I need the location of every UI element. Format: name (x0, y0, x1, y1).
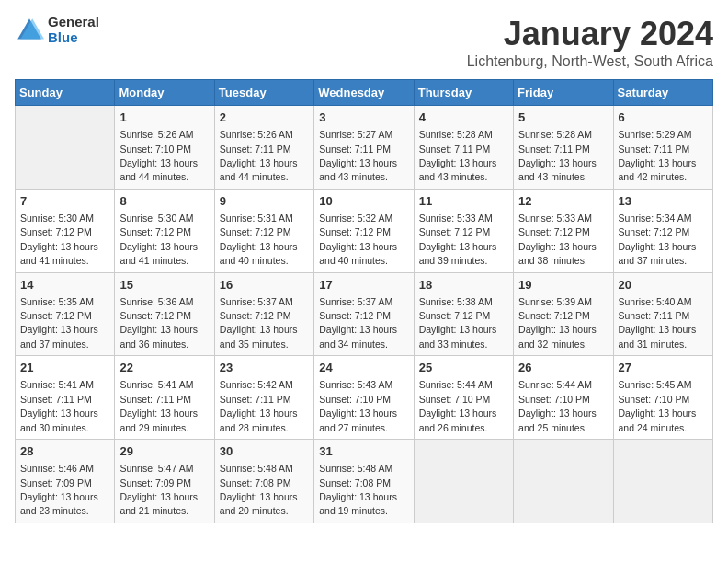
calendar-cell: 22Sunrise: 5:41 AMSunset: 7:11 PMDayligh… (115, 356, 214, 440)
logo-text: General Blue (48, 15, 99, 45)
day-detail: Sunrise: 5:41 AMSunset: 7:11 PMDaylight:… (20, 379, 98, 432)
calendar-cell: 27Sunrise: 5:45 AMSunset: 7:10 PMDayligh… (613, 356, 712, 440)
day-detail: Sunrise: 5:36 AMSunset: 7:12 PMDaylight:… (119, 296, 198, 350)
calendar-cell: 26Sunrise: 5:44 AMSunset: 7:10 PMDayligh… (514, 356, 613, 440)
day-number: 15 (119, 277, 209, 293)
day-detail: Sunrise: 5:45 AMSunset: 7:10 PMDaylight:… (619, 379, 697, 432)
calendar-cell: 29Sunrise: 5:47 AMSunset: 7:09 PMDayligh… (115, 440, 214, 523)
day-number: 19 (518, 277, 608, 293)
calendar-cell: 1Sunrise: 5:26 AMSunset: 7:10 PMDaylight… (115, 106, 214, 190)
day-number: 20 (619, 277, 708, 293)
calendar-cell: 2Sunrise: 5:26 AMSunset: 7:11 PMDaylight… (214, 106, 313, 190)
day-number: 16 (220, 277, 309, 293)
day-number: 21 (20, 360, 109, 376)
day-number: 24 (319, 360, 408, 376)
day-detail: Sunrise: 5:30 AMSunset: 7:12 PMDaylight:… (20, 213, 98, 266)
day-number: 2 (220, 109, 309, 126)
day-number: 8 (119, 193, 209, 210)
calendar-subtitle: Lichtenburg, North-West, South Africa (467, 53, 713, 70)
day-number: 25 (419, 360, 508, 376)
day-number: 17 (319, 277, 408, 293)
day-detail: Sunrise: 5:32 AMSunset: 7:12 PMDaylight:… (319, 213, 397, 266)
day-detail: Sunrise: 5:30 AMSunset: 7:12 PMDaylight:… (119, 213, 198, 266)
header-wednesday: Wednesday (314, 80, 414, 106)
calendar-week-row: 1Sunrise: 5:26 AMSunset: 7:10 PMDaylight… (16, 106, 713, 190)
calendar-cell: 14Sunrise: 5:35 AMSunset: 7:12 PMDayligh… (16, 272, 115, 356)
day-number: 12 (518, 193, 608, 210)
logo-general-label: General (48, 15, 99, 30)
day-number: 27 (619, 360, 708, 376)
day-detail: Sunrise: 5:34 AMSunset: 7:12 PMDaylight:… (619, 213, 697, 266)
day-detail: Sunrise: 5:43 AMSunset: 7:10 PMDaylight:… (319, 379, 397, 432)
day-number: 14 (20, 277, 109, 293)
calendar-cell: 19Sunrise: 5:39 AMSunset: 7:12 PMDayligh… (514, 272, 613, 356)
day-number: 5 (518, 109, 608, 126)
day-number: 9 (220, 193, 309, 210)
day-detail: Sunrise: 5:42 AMSunset: 7:11 PMDaylight:… (220, 379, 298, 432)
day-detail: Sunrise: 5:48 AMSunset: 7:08 PMDaylight:… (319, 463, 397, 516)
calendar-title: January 2024 (467, 15, 713, 53)
calendar-cell: 20Sunrise: 5:40 AMSunset: 7:11 PMDayligh… (613, 272, 712, 356)
calendar-week-row: 14Sunrise: 5:35 AMSunset: 7:12 PMDayligh… (16, 272, 713, 356)
header: General Blue January 2024 Lichtenburg, N… (15, 15, 713, 70)
calendar-cell: 9Sunrise: 5:31 AMSunset: 7:12 PMDaylight… (214, 189, 313, 272)
day-detail: Sunrise: 5:39 AMSunset: 7:12 PMDaylight:… (518, 296, 597, 350)
day-detail: Sunrise: 5:46 AMSunset: 7:09 PMDaylight:… (20, 463, 98, 516)
day-detail: Sunrise: 5:28 AMSunset: 7:11 PMDaylight:… (518, 129, 597, 182)
header-monday: Monday (115, 80, 214, 106)
calendar-cell (414, 440, 513, 523)
calendar-cell: 5Sunrise: 5:28 AMSunset: 7:11 PMDaylight… (514, 106, 613, 190)
calendar-week-row: 21Sunrise: 5:41 AMSunset: 7:11 PMDayligh… (16, 356, 713, 440)
day-number: 1 (119, 109, 209, 126)
day-detail: Sunrise: 5:33 AMSunset: 7:12 PMDaylight:… (419, 213, 497, 266)
day-number: 23 (220, 360, 309, 376)
calendar-cell: 17Sunrise: 5:37 AMSunset: 7:12 PMDayligh… (314, 272, 414, 356)
calendar-cell: 30Sunrise: 5:48 AMSunset: 7:08 PMDayligh… (214, 440, 313, 523)
day-detail: Sunrise: 5:31 AMSunset: 7:12 PMDaylight:… (220, 213, 298, 266)
title-area: January 2024 Lichtenburg, North-West, So… (467, 15, 713, 70)
calendar-table: SundayMondayTuesdayWednesdayThursdayFrid… (15, 79, 713, 523)
day-detail: Sunrise: 5:28 AMSunset: 7:11 PMDaylight:… (419, 129, 497, 182)
calendar-cell: 18Sunrise: 5:38 AMSunset: 7:12 PMDayligh… (414, 272, 513, 356)
calendar-cell: 7Sunrise: 5:30 AMSunset: 7:12 PMDaylight… (16, 189, 115, 272)
calendar-week-row: 7Sunrise: 5:30 AMSunset: 7:12 PMDaylight… (16, 189, 713, 272)
calendar-cell: 12Sunrise: 5:33 AMSunset: 7:12 PMDayligh… (514, 189, 613, 272)
calendar-cell: 3Sunrise: 5:27 AMSunset: 7:11 PMDaylight… (314, 106, 414, 190)
day-detail: Sunrise: 5:48 AMSunset: 7:08 PMDaylight:… (220, 463, 298, 516)
day-detail: Sunrise: 5:35 AMSunset: 7:12 PMDaylight:… (20, 296, 98, 350)
day-number: 7 (20, 193, 109, 210)
day-detail: Sunrise: 5:44 AMSunset: 7:10 PMDaylight:… (518, 379, 597, 432)
calendar-cell: 24Sunrise: 5:43 AMSunset: 7:10 PMDayligh… (314, 356, 414, 440)
header-friday: Friday (514, 80, 613, 106)
day-number: 11 (419, 193, 508, 210)
day-detail: Sunrise: 5:26 AMSunset: 7:11 PMDaylight:… (220, 129, 298, 182)
calendar-cell: 25Sunrise: 5:44 AMSunset: 7:10 PMDayligh… (414, 356, 513, 440)
calendar-cell: 13Sunrise: 5:34 AMSunset: 7:12 PMDayligh… (613, 189, 712, 272)
calendar-cell: 4Sunrise: 5:28 AMSunset: 7:11 PMDaylight… (414, 106, 513, 190)
day-number: 3 (319, 109, 408, 126)
logo-icon (15, 16, 44, 45)
logo: General Blue (15, 15, 99, 45)
day-detail: Sunrise: 5:29 AMSunset: 7:11 PMDaylight:… (619, 129, 697, 182)
day-number: 31 (319, 443, 408, 460)
day-detail: Sunrise: 5:47 AMSunset: 7:09 PMDaylight:… (119, 463, 198, 516)
calendar-cell: 8Sunrise: 5:30 AMSunset: 7:12 PMDaylight… (115, 189, 214, 272)
day-detail: Sunrise: 5:27 AMSunset: 7:11 PMDaylight:… (319, 129, 397, 182)
logo-blue-label: Blue (48, 30, 99, 46)
header-sunday: Sunday (16, 80, 115, 106)
day-number: 13 (619, 193, 708, 210)
calendar-week-row: 28Sunrise: 5:46 AMSunset: 7:09 PMDayligh… (16, 440, 713, 523)
day-detail: Sunrise: 5:41 AMSunset: 7:11 PMDaylight:… (119, 379, 198, 432)
calendar-cell: 6Sunrise: 5:29 AMSunset: 7:11 PMDaylight… (613, 106, 712, 190)
calendar-cell: 21Sunrise: 5:41 AMSunset: 7:11 PMDayligh… (16, 356, 115, 440)
day-number: 18 (419, 277, 508, 293)
day-number: 6 (619, 109, 708, 126)
day-detail: Sunrise: 5:37 AMSunset: 7:12 PMDaylight:… (220, 296, 298, 350)
calendar-cell (514, 440, 613, 523)
calendar-header-row: SundayMondayTuesdayWednesdayThursdayFrid… (16, 80, 713, 106)
calendar-cell: 10Sunrise: 5:32 AMSunset: 7:12 PMDayligh… (314, 189, 414, 272)
calendar-cell: 31Sunrise: 5:48 AMSunset: 7:08 PMDayligh… (314, 440, 414, 523)
day-number: 26 (518, 360, 608, 376)
calendar-cell (613, 440, 712, 523)
day-detail: Sunrise: 5:33 AMSunset: 7:12 PMDaylight:… (518, 213, 597, 266)
